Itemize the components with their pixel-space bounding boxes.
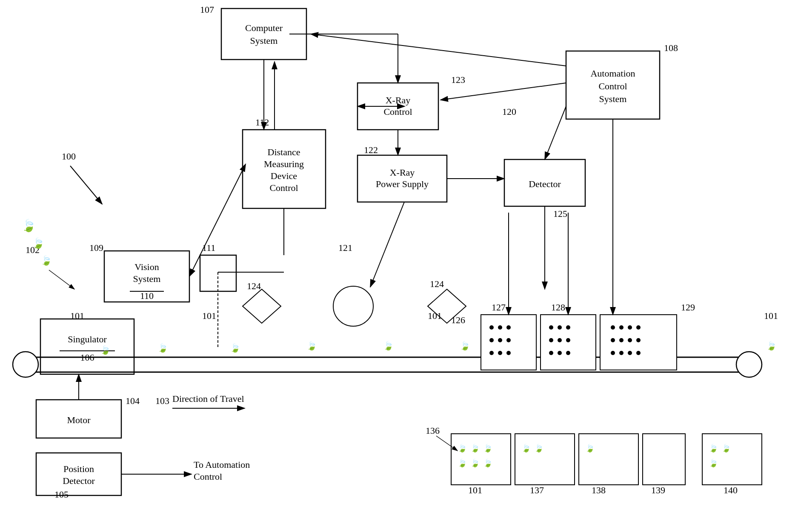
automation-label2: Control (598, 81, 627, 91)
svg-point-33 (628, 351, 632, 355)
motor-label: Motor (67, 415, 91, 425)
arrow-input-items (49, 270, 74, 289)
to-automation-label1: To Automation (194, 459, 250, 470)
svg-point-8 (489, 338, 494, 342)
ref-139: 139 (651, 485, 665, 495)
ref-123: 123 (451, 74, 465, 85)
svg-point-21 (558, 351, 562, 355)
ref-124-left: 124 (247, 281, 261, 291)
arrow-100 (70, 166, 102, 204)
belt-item-1: 🍃 (100, 345, 111, 355)
arrow-power-to-source (370, 202, 404, 287)
ref-105: 105 (54, 489, 69, 500)
ref-120: 120 (502, 106, 516, 117)
distance-label3: Device (271, 171, 297, 181)
svg-point-5 (489, 325, 494, 330)
svg-point-10 (506, 338, 511, 342)
svg-text:🍃: 🍃 (709, 444, 718, 453)
right-roller (736, 352, 762, 377)
svg-text:🍃: 🍃 (483, 458, 493, 468)
xray-control-label1: X-Ray (386, 95, 411, 105)
ref-124-right: 124 (430, 279, 444, 289)
ref-127: 127 (492, 302, 506, 313)
computer-system-label2: System (250, 35, 278, 46)
ref-101-c: 101 (428, 310, 442, 321)
arrow-automation-to-computer (311, 34, 566, 66)
xray-circle (333, 286, 373, 326)
ref-112: 112 (255, 117, 269, 128)
distance-label1: Distance (268, 147, 300, 157)
belt-item-2: 🍃 (157, 343, 168, 353)
svg-point-14 (549, 325, 553, 330)
ref-125: 125 (553, 208, 567, 219)
ref-101-d: 101 (764, 310, 778, 321)
belt-item-out: 🍃 (766, 341, 777, 351)
svg-point-28 (619, 338, 624, 342)
arrow-automation-to-detector (545, 106, 566, 159)
svg-point-22 (566, 351, 570, 355)
svg-point-20 (549, 351, 553, 355)
lower-bin-139 (643, 434, 685, 485)
left-roller (13, 352, 38, 377)
ref-122: 122 (364, 145, 378, 155)
direction-label: Direction of Travel (172, 393, 244, 404)
computer-system-label: Computer (245, 23, 283, 33)
svg-text:🍃: 🍃 (458, 458, 467, 468)
ref-107: 107 (200, 4, 214, 15)
ref-137: 137 (530, 485, 544, 495)
svg-point-25 (628, 325, 632, 330)
to-automation-label2: Control (194, 471, 222, 482)
vision-label2: System (133, 273, 161, 284)
svg-text:🍃: 🍃 (483, 444, 493, 453)
vision-label3: 110 (140, 290, 154, 301)
svg-text:🍃: 🍃 (458, 444, 467, 453)
svg-text:🍃: 🍃 (721, 444, 731, 453)
svg-text:🍃: 🍃 (585, 444, 595, 453)
svg-point-9 (498, 338, 502, 342)
ref-101-b: 101 (202, 310, 216, 321)
belt-item-5: 🍃 (383, 341, 394, 351)
svg-point-15 (558, 325, 562, 330)
ref-121-label: 121 (338, 242, 352, 253)
automation-label3: System (599, 94, 627, 104)
ref-126: 126 (451, 315, 465, 325)
svg-point-31 (611, 351, 615, 355)
ref-138: 138 (592, 485, 606, 495)
svg-point-11 (489, 351, 494, 355)
item-input-3: 🍃 (40, 255, 52, 266)
arrow-automation-to-xray (440, 83, 566, 100)
lower-bin-138 (579, 434, 638, 485)
svg-point-27 (611, 338, 615, 342)
svg-text:🍃: 🍃 (534, 444, 544, 453)
svg-point-16 (566, 325, 570, 330)
xray-power-label2: Power Supply (376, 179, 429, 189)
position-label2: Detector (63, 475, 95, 486)
svg-text:🍃: 🍃 (470, 444, 480, 453)
xray-power-label1: X-Ray (390, 167, 415, 178)
ref-100: 100 (62, 151, 76, 162)
svg-text:🍃: 🍃 (470, 458, 480, 468)
svg-point-12 (498, 351, 502, 355)
svg-point-30 (636, 338, 641, 342)
ref-136: 136 (426, 425, 440, 436)
lower-bin-137 (515, 434, 575, 485)
svg-point-17 (549, 338, 553, 342)
belt-item-6: 🍃 (460, 341, 470, 351)
vision-label1: Vision (134, 262, 159, 272)
svg-point-19 (566, 338, 570, 342)
ref-104: 104 (126, 395, 140, 406)
detector-label: Detector (529, 179, 561, 189)
distance-label2: Measuring (264, 159, 304, 169)
ref-109: 109 (89, 242, 103, 253)
svg-point-29 (628, 338, 632, 342)
belt-item-3: 🍃 (230, 343, 240, 353)
svg-point-34 (636, 351, 641, 355)
position-label1: Position (63, 464, 94, 474)
ref-128: 128 (551, 302, 565, 313)
svg-point-18 (558, 338, 562, 342)
ref-129: 129 (681, 302, 695, 313)
singulator-box (40, 319, 134, 374)
svg-point-13 (506, 351, 511, 355)
svg-point-32 (619, 351, 624, 355)
svg-text:🍃: 🍃 (709, 458, 718, 468)
